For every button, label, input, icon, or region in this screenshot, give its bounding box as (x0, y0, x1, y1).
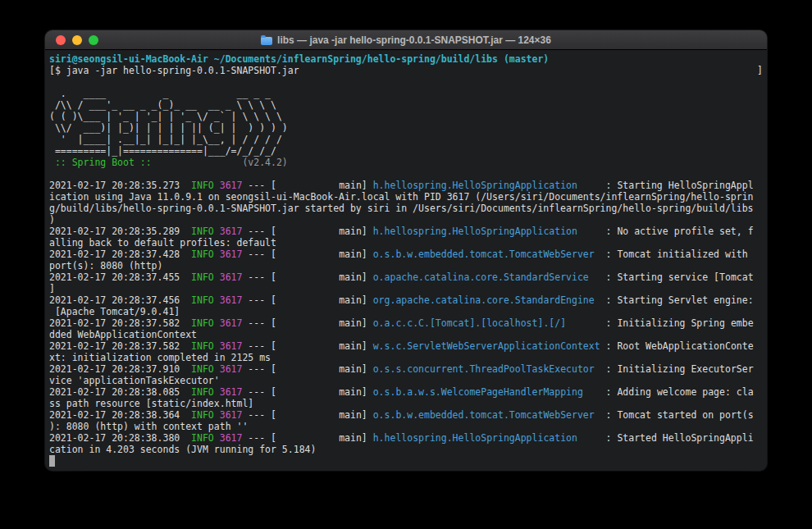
title-bar[interactable]: libs — java -jar hello-spring-0.0.1-SNAP… (45, 30, 767, 50)
terminal-text-segment: INFO (191, 317, 214, 329)
terminal-line: vice 'applicationTaskExecutor' (49, 375, 763, 386)
terminal-text-segment: 2021-02-17 20:28:38.380 (49, 432, 191, 444)
terminal-text-segment: ss path resource [static/index.html] (49, 398, 253, 409)
terminal-text-segment: port(s): 8080 (http) (49, 260, 162, 271)
terminal-line: ] (49, 283, 763, 294)
terminal-text-segment: ( ( )\___ | '_ | '_| | '_ \/ _` | \ \ \ … (49, 111, 282, 122)
terminal-text-segment: 3617 (220, 226, 243, 237)
terminal-text-segment: --- [ main] (242, 180, 372, 191)
terminal-text-segment: 3617 (220, 294, 243, 306)
terminal-text-segment: : Starting Servlet engine: (595, 294, 754, 306)
terminal-text-segment: 3617 (220, 363, 243, 375)
terminal-text-segment: ) (49, 214, 55, 226)
terminal-line: 2021-02-17 20:28:38.364 INFO 3617 --- [ … (49, 409, 763, 421)
terminal-line: =========|_|==============|___/=/_/_/_/ (49, 145, 763, 157)
terminal-line: cation in 4.203 seconds (JVM running for… (49, 444, 763, 455)
terminal-text-segment: (v2.4.2) (152, 157, 288, 168)
terminal-text-segment: 3617 (220, 432, 243, 444)
terminal-text-segment: --- [ main] (242, 317, 372, 329)
terminal-text-segment: INFO (191, 432, 214, 444)
terminal-line: \\/ ___)| |_)| | | | | || (_| | ) ) ) ) (49, 122, 763, 134)
terminal-text-segment: INFO (191, 180, 214, 191)
terminal-line (49, 168, 763, 180)
terminal-line: siri@seongsil-ui-MacBook-Air ~/Documents… (49, 53, 763, 65)
terminal-text-segment: dded WebApplicationContext (49, 329, 197, 340)
terminal-text-segment: : Initializing Spring embe (566, 317, 753, 329)
terminal-text-segment: 2021-02-17 20:28:38.085 (49, 386, 191, 398)
terminal-text-segment: o.apache.catalina.core.StandardService (373, 271, 589, 283)
minimize-button[interactable] (72, 35, 82, 45)
terminal-text-segment: INFO (191, 363, 214, 375)
terminal-text-segment: INFO (191, 249, 214, 260)
terminal-text-segment (214, 294, 220, 306)
terminal-text-segment: 3617 (220, 271, 243, 283)
terminal-text-segment (214, 271, 220, 283)
terminal-text-segment: --- [ main] (242, 226, 372, 237)
terminal-text-segment: siri@seongsil-ui-MacBook-Air ~/Documents… (49, 53, 549, 65)
terminal-text-segment: : Started HelloSpringAppli (577, 432, 754, 444)
terminal-screen[interactable]: siri@seongsil-ui-MacBook-Air ~/Documents… (45, 50, 767, 470)
terminal-line: xt: initialization completed in 2125 ms (49, 352, 763, 363)
close-button[interactable] (56, 35, 66, 45)
terminal-text-segment (214, 180, 220, 191)
terminal-text-segment: 3617 (220, 180, 243, 191)
terminal-text-segment (214, 409, 220, 421)
terminal-line: ) (49, 214, 763, 226)
terminal-line (49, 76, 763, 88)
terminal-text-segment: [$ java -jar hello-spring-0.0.1-SNAPSHOT… (49, 65, 299, 76)
terminal-text-segment: INFO (191, 409, 214, 421)
terminal-text-segment: --- [ main] (242, 294, 372, 306)
terminal-text-segment: : No active profile set, f (577, 226, 754, 237)
terminal-line: dded WebApplicationContext (49, 329, 763, 340)
terminal-text-segment: w.s.c.ServletWebServerApplicationContext (373, 340, 600, 352)
terminal-cursor (49, 455, 55, 467)
terminal-line: ): 8080 (http) with context path '' (49, 421, 763, 432)
terminal-line: port(s): 8080 (http) (49, 260, 763, 271)
terminal-line: ication using Java 11.0.9.1 on seongsil-… (49, 191, 763, 203)
terminal-text-segment: h.hellospring.HelloSpringApplication (373, 226, 577, 237)
terminal-text-segment: : Starting service [Tomcat (589, 271, 754, 283)
terminal-line: [$ java -jar hello-spring-0.0.1-SNAPSHOT… (49, 65, 763, 76)
terminal-text-segment: ] (757, 65, 763, 76)
terminal-text-segment: alling back to default profiles: default (49, 237, 276, 249)
terminal-text-segment: : Tomcat started on port(s (595, 409, 754, 421)
terminal-text-segment: h.hellospring.HelloSpringApplication (373, 180, 577, 191)
terminal-line: 2021-02-17 20:28:37.428 INFO 3617 --- [ … (49, 249, 763, 260)
terminal-text-segment (214, 226, 220, 237)
terminal-text-segment: o.a.c.c.C.[Tomcat].[localhost].[/] (373, 317, 566, 329)
terminal-text-segment: --- [ main] (242, 432, 372, 444)
terminal-text-segment: 3617 (220, 386, 243, 398)
terminal-text-segment: 2021-02-17 20:28:38.364 (49, 409, 191, 421)
terminal-text-segment: cation in 4.203 seconds (JVM running for… (49, 444, 316, 455)
terminal-text-segment: h.hellospring.HelloSpringApplication (373, 432, 577, 444)
traffic-lights (56, 35, 98, 45)
terminal-text-segment (214, 386, 220, 398)
terminal-text-segment: 3617 (220, 249, 243, 260)
terminal-text-segment: o.s.b.a.w.s.WelcomePageHandlerMapping (373, 386, 583, 398)
terminal-text-segment: \\/ ___)| |_)| | | | | || (_| | ) ) ) ) (49, 122, 288, 134)
terminal-line: /\\ / ___'_ __ _ _(_)_ __ __ _ \ \ \ \ (49, 99, 763, 111)
terminal-text-segment: xt: initialization completed in 2125 ms (49, 352, 271, 363)
terminal-text-segment: . ____ _ __ _ _ (49, 88, 271, 99)
terminal-text-segment: INFO (191, 386, 214, 398)
terminal-text-segment: /\\ / ___'_ __ _ _(_)_ __ __ _ \ \ \ \ (49, 99, 276, 111)
terminal-text-segment: 2021-02-17 20:28:37.455 (49, 271, 191, 283)
terminal-line: 2021-02-17 20:28:37.455 INFO 3617 --- [ … (49, 271, 763, 283)
terminal-line: 2021-02-17 20:28:37.910 INFO 3617 --- [ … (49, 363, 763, 375)
terminal-text-segment (214, 249, 220, 260)
terminal-text-segment: --- [ main] (242, 249, 372, 260)
zoom-button[interactable] (89, 35, 98, 45)
terminal-text-segment: INFO (191, 271, 214, 283)
terminal-text-segment: ' |____| .__|_| |_|_| |_\__, | / / / / (49, 134, 282, 145)
terminal-line: 2021-02-17 20:28:37.582 INFO 3617 --- [ … (49, 340, 763, 352)
terminal-text-segment: 2021-02-17 20:28:37.910 (49, 363, 191, 375)
terminal-text-segment: vice 'applicationTaskExecutor' (49, 375, 220, 386)
terminal-text-segment: 3617 (220, 340, 243, 352)
terminal-text-segment: 2021-02-17 20:28:35.273 (49, 180, 191, 191)
terminal-text-segment: : Adding welcome page: cla (583, 386, 754, 398)
terminal-line: :: Spring Boot :: (v2.4.2) (49, 157, 763, 168)
terminal-text-segment: ication using Java 11.0.9.1 on seongsil-… (49, 191, 754, 203)
terminal-line (49, 455, 763, 467)
terminal-window: libs — java -jar hello-spring-0.0.1-SNAP… (45, 30, 767, 471)
terminal-text-segment: 2021-02-17 20:28:37.582 (49, 340, 191, 352)
